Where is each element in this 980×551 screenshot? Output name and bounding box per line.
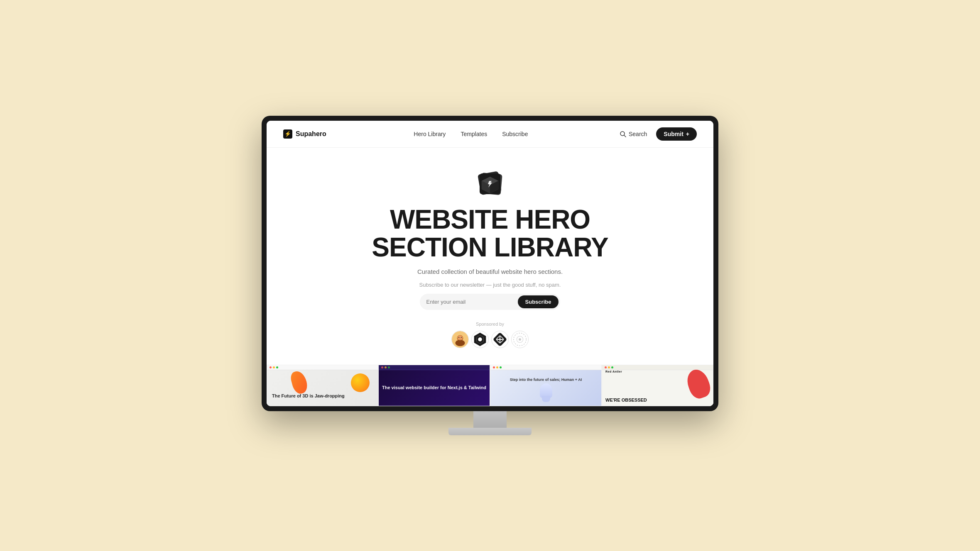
plus-icon: + xyxy=(686,131,689,137)
dot-green xyxy=(276,366,278,368)
submit-button[interactable]: Submit + xyxy=(656,127,697,141)
dot-green-2 xyxy=(388,366,390,368)
sphere-decoration xyxy=(351,373,370,392)
dot-red-4 xyxy=(605,366,607,368)
card-4-text: WE'RE OBSESSED xyxy=(605,397,688,402)
svg-point-17 xyxy=(478,337,482,341)
search-label: Search xyxy=(629,131,647,137)
logo-icon: ⚡ xyxy=(283,129,292,139)
monitor: ⚡ Supahero Hero Library Templates Subscr… xyxy=(262,116,718,411)
card-1-text: The Future of 3D is Jaw-dropping xyxy=(272,393,345,402)
newsletter-text: Subscribe to our newsletter — just the g… xyxy=(283,282,697,288)
email-form: Subscribe xyxy=(283,294,697,310)
browser-bar-2 xyxy=(379,365,490,370)
submit-label: Submit xyxy=(664,131,683,137)
dot-green-4 xyxy=(611,366,613,368)
stand-base xyxy=(448,428,532,435)
navbar: ⚡ Supahero Hero Library Templates Subscr… xyxy=(267,121,713,148)
gallery: The Future of 3D is Jaw-dropping The vis… xyxy=(267,365,713,406)
screen: ⚡ Supahero Hero Library Templates Subscr… xyxy=(267,121,713,406)
dot-yellow-2 xyxy=(385,366,387,368)
sponsored-label: Sponsored by xyxy=(476,322,504,327)
dot-yellow-4 xyxy=(608,366,610,368)
svg-point-11 xyxy=(456,340,465,346)
nav-actions: Search Submit + xyxy=(615,127,697,141)
sponsor-hex-logo[interactable] xyxy=(471,331,489,348)
robot-illustration xyxy=(540,383,552,398)
gallery-card-1[interactable]: The Future of 3D is Jaw-dropping xyxy=(267,365,378,406)
stand-neck xyxy=(473,411,507,428)
bolt-icon: ⚡ xyxy=(284,131,291,137)
orange-shape xyxy=(289,370,309,395)
card-3-text: Step into the future of sales; Human + A… xyxy=(510,378,582,398)
svg-point-14 xyxy=(461,337,462,338)
card-3-content: Step into the future of sales; Human + A… xyxy=(490,365,601,406)
logo[interactable]: ⚡ Supahero xyxy=(283,129,326,139)
svg-point-24 xyxy=(519,338,521,341)
svg-line-1 xyxy=(624,135,626,137)
sponsored-section: Sponsored by xyxy=(283,322,697,348)
hero-title-line1: WEBSITE HERO xyxy=(390,205,590,234)
browser-bar-1 xyxy=(267,365,378,370)
nav-links: Hero Library Templates Subscribe xyxy=(414,131,528,137)
browser-bar-3 xyxy=(490,365,601,370)
red-blob-decoration xyxy=(684,367,713,401)
hero-title: WEBSITE HERO SECTION LIBRARY xyxy=(283,206,697,261)
nav-templates[interactable]: Templates xyxy=(461,131,487,137)
sponsor-dotted-logo[interactable] xyxy=(511,331,529,348)
search-icon xyxy=(620,131,626,137)
sponsor-diamond-logo[interactable] xyxy=(491,331,509,348)
nav-hero-library[interactable]: Hero Library xyxy=(414,131,446,137)
dot-red-3 xyxy=(493,366,495,368)
svg-point-13 xyxy=(458,337,459,338)
gallery-card-2[interactable]: The visual website builder for Next.js &… xyxy=(378,365,490,406)
hero-subtitle: Curated collection of beautiful website … xyxy=(283,268,697,275)
hero-title-line2: SECTION LIBRARY xyxy=(372,232,608,262)
gallery-card-3[interactable]: Step into the future of sales; Human + A… xyxy=(490,365,602,406)
search-button[interactable]: Search xyxy=(615,128,651,140)
email-input-wrapper: Subscribe xyxy=(420,294,561,310)
email-input[interactable] xyxy=(426,299,518,305)
dot-green-3 xyxy=(500,366,502,368)
nav-subscribe[interactable]: Subscribe xyxy=(502,131,528,137)
robot-body xyxy=(542,396,550,402)
dot-red-2 xyxy=(381,366,383,368)
sponsor-avatar-1[interactable] xyxy=(451,331,469,348)
monitor-wrapper: ⚡ Supahero Hero Library Templates Subscr… xyxy=(262,116,718,435)
card-4-brand: Red Antler xyxy=(605,370,622,373)
subscribe-button[interactable]: Subscribe xyxy=(518,295,559,308)
brand-name: Supahero xyxy=(296,130,326,138)
hero-section: WEBSITE HERO SECTION LIBRARY Curated col… xyxy=(267,148,713,365)
sponsor-logos xyxy=(451,331,529,348)
dot-red xyxy=(270,366,272,368)
dot-yellow xyxy=(273,366,275,368)
card-1-content: The Future of 3D is Jaw-dropping xyxy=(267,365,378,406)
monitor-stand xyxy=(262,411,718,435)
dot-yellow-3 xyxy=(496,366,498,368)
hero-cube-icon xyxy=(475,168,505,197)
gallery-card-4[interactable]: Red Antler WE'RE OBSESSED xyxy=(602,365,713,406)
card-2-content: The visual website builder for Next.js &… xyxy=(379,365,490,406)
